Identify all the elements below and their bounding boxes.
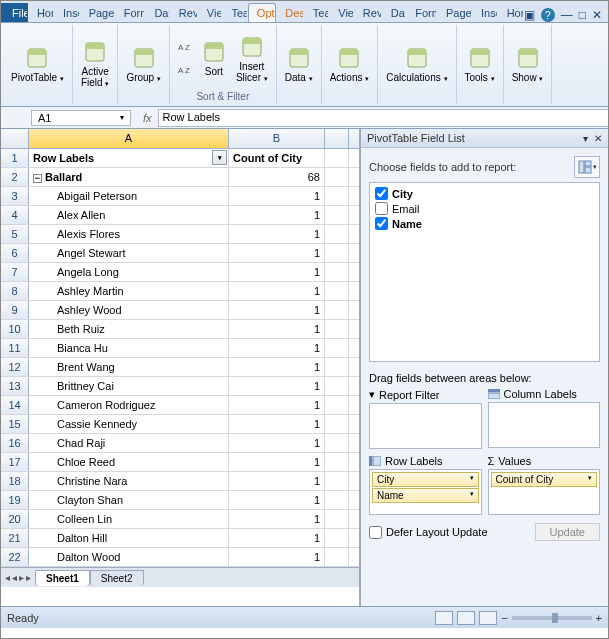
collapse-icon[interactable]: − xyxy=(33,174,42,183)
row-header[interactable]: 14 xyxy=(1,396,29,414)
minimize-ribbon-icon[interactable]: ▣ xyxy=(524,8,535,22)
row-header[interactable]: 8 xyxy=(1,282,29,300)
name-cell: Cassie Kennedy xyxy=(29,415,229,433)
area-item-city[interactable]: City xyxy=(372,472,479,487)
sort-button[interactable]: Sort xyxy=(198,38,230,79)
view-page-layout-button[interactable] xyxy=(457,611,475,625)
tools-button[interactable]: Tools ▾ xyxy=(461,44,499,85)
actions-button[interactable]: Actions ▾ xyxy=(326,44,374,85)
pivottable-button[interactable]: PivotTable ▾ xyxy=(7,44,68,85)
group-button[interactable]: Group ▾ xyxy=(122,44,165,85)
active-field-button[interactable]: ActiveField ▾ xyxy=(77,38,113,90)
show-button[interactable]: Show ▾ xyxy=(508,44,548,85)
tab-page-layout[interactable]: Page Layout xyxy=(437,3,472,22)
select-all-corner[interactable] xyxy=(1,129,29,148)
tab-team[interactable]: Team xyxy=(222,3,247,22)
view-page-break-button[interactable] xyxy=(479,611,497,625)
tab-formulas[interactable]: Formulas xyxy=(115,3,146,22)
chevron-down-icon[interactable]: ▾ xyxy=(583,133,588,144)
column-labels-dropzone[interactable] xyxy=(488,402,601,448)
row-header[interactable]: 15 xyxy=(1,415,29,433)
tab-data[interactable]: Data xyxy=(382,3,406,22)
tab-file[interactable]: File xyxy=(1,3,28,22)
row-header[interactable]: 21 xyxy=(1,529,29,547)
row-header[interactable]: 11 xyxy=(1,339,29,357)
layout-options-button[interactable]: ▾ xyxy=(574,156,600,178)
tab-team[interactable]: Team xyxy=(304,3,329,22)
tab-home[interactable]: Home xyxy=(498,3,524,22)
row-header[interactable]: 18 xyxy=(1,472,29,490)
row-header[interactable]: 4 xyxy=(1,206,29,224)
area-item-name[interactable]: Name xyxy=(372,488,479,503)
tab-formulas[interactable]: Formulas xyxy=(406,3,437,22)
row-header[interactable]: 1 xyxy=(1,149,29,167)
row-header[interactable]: 2 xyxy=(1,168,29,186)
row-header[interactable]: 22 xyxy=(1,548,29,566)
report-filter-area: ▾Report Filter xyxy=(369,388,482,449)
tab-insert[interactable]: Insert xyxy=(472,3,498,22)
sheet-tab-other[interactable]: Sheet2 xyxy=(90,570,144,586)
column-header-extra[interactable] xyxy=(325,129,349,148)
tab-options[interactable]: Options xyxy=(248,3,277,22)
cell xyxy=(325,529,349,547)
row-header[interactable]: 16 xyxy=(1,434,29,452)
row-header[interactable]: 13 xyxy=(1,377,29,395)
view-normal-button[interactable] xyxy=(435,611,453,625)
zoom-in-icon[interactable]: + xyxy=(596,612,602,624)
sort-za-button[interactable]: AZ xyxy=(174,59,196,81)
tab-design[interactable]: Design xyxy=(276,3,303,22)
row-header[interactable]: 9 xyxy=(1,301,29,319)
field-checkbox-city[interactable] xyxy=(375,187,388,200)
tab-data[interactable]: Data xyxy=(145,3,169,22)
row-labels-header[interactable]: Row Labels▾ xyxy=(29,149,229,167)
close-icon[interactable]: ✕ xyxy=(594,133,602,144)
field-checkbox-email[interactable] xyxy=(375,202,388,215)
row-header[interactable]: 3 xyxy=(1,187,29,205)
fx-icon[interactable]: fx xyxy=(137,112,158,124)
tab-page-layout[interactable]: Page Layout xyxy=(80,3,115,22)
update-button[interactable]: Update xyxy=(535,523,600,541)
window-minimize-icon[interactable]: — xyxy=(561,8,573,22)
tab-view[interactable]: View xyxy=(198,3,223,22)
tab-view[interactable]: View xyxy=(329,3,354,22)
field-checkbox-name[interactable] xyxy=(375,217,388,230)
insert-slicer-button[interactable]: InsertSlicer ▾ xyxy=(232,33,272,85)
svg-rect-17 xyxy=(340,49,358,55)
row-header[interactable]: 10 xyxy=(1,320,29,338)
area-item-count-of-city[interactable]: Count of City xyxy=(491,472,598,487)
row-header[interactable]: 17 xyxy=(1,453,29,471)
tab-home[interactable]: Home xyxy=(28,3,54,22)
sheet-tab-active[interactable]: Sheet1 xyxy=(35,570,90,586)
help-icon[interactable]: ? xyxy=(541,8,555,22)
svg-rect-29 xyxy=(369,456,372,466)
calculations-button[interactable]: Calculations ▾ xyxy=(382,44,451,85)
values-dropzone[interactable]: Count of City xyxy=(488,469,601,515)
zoom-out-icon[interactable]: − xyxy=(501,612,507,624)
row-header[interactable]: 12 xyxy=(1,358,29,376)
row-header[interactable]: 6 xyxy=(1,244,29,262)
window-close-icon[interactable]: ✕ xyxy=(592,8,602,22)
window-restore-icon[interactable]: □ xyxy=(579,8,586,22)
tab-review[interactable]: Review xyxy=(354,3,382,22)
filter-dropdown-icon[interactable]: ▾ xyxy=(212,150,227,165)
chevron-down-icon[interactable]: ▾ xyxy=(120,113,124,122)
column-header-B[interactable]: B xyxy=(229,129,325,148)
sort-az-button[interactable]: AZ xyxy=(174,36,196,58)
defer-update-checkbox[interactable] xyxy=(369,526,382,539)
row-header[interactable]: 7 xyxy=(1,263,29,281)
row-header[interactable]: 19 xyxy=(1,491,29,509)
name-box[interactable]: A1 ▾ xyxy=(31,110,131,126)
report-filter-dropzone[interactable] xyxy=(369,403,482,449)
zoom-slider[interactable] xyxy=(512,616,592,620)
sheet-nav[interactable]: ◂◂▸▸ xyxy=(1,572,35,583)
tab-insert[interactable]: Insert xyxy=(54,3,80,22)
row-header[interactable]: 5 xyxy=(1,225,29,243)
name-cell: Ashley Wood xyxy=(29,301,229,319)
row-labels-dropzone[interactable]: CityName xyxy=(369,469,482,515)
row-header[interactable]: 20 xyxy=(1,510,29,528)
column-header-A[interactable]: A xyxy=(29,129,229,148)
data-button[interactable]: Data ▾ xyxy=(281,44,317,85)
name-cell: Alex Allen xyxy=(29,206,229,224)
formula-input[interactable]: Row Labels xyxy=(158,109,608,127)
tab-review[interactable]: Review xyxy=(170,3,198,22)
